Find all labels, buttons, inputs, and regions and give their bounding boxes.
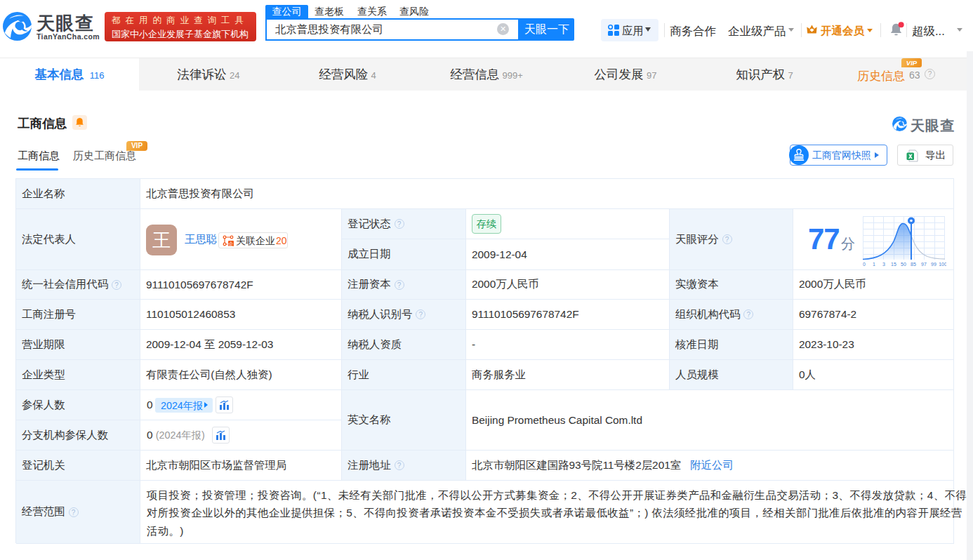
svg-text:1: 1 [873,262,875,267]
svg-text:0: 0 [863,262,866,267]
svg-text:15: 15 [891,262,896,267]
svg-text:99: 99 [931,262,936,267]
svg-text:50: 50 [901,262,906,267]
svg-text:97: 97 [921,262,927,267]
svg-text:85: 85 [911,262,916,267]
svg-text:3: 3 [882,262,885,267]
svg-text:100: 100 [939,262,946,267]
svg-text:企: 企 [228,241,234,246]
